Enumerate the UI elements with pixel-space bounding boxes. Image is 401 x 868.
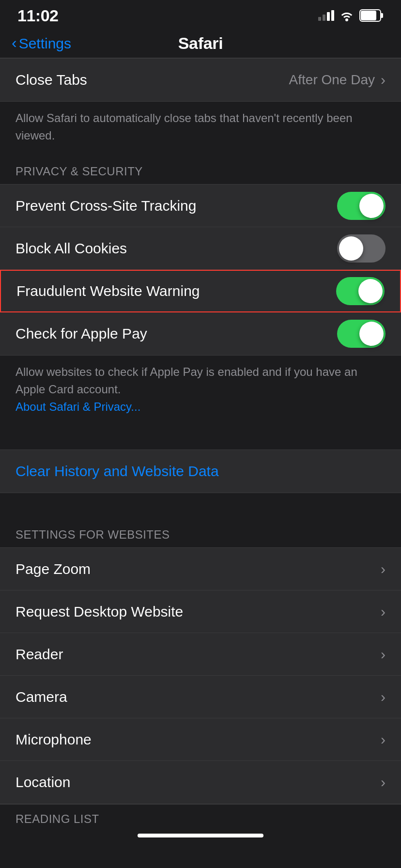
page-zoom-chevron-icon: › bbox=[381, 561, 386, 577]
close-tabs-value: After One Day › bbox=[289, 72, 386, 88]
toggle-knob bbox=[359, 322, 384, 346]
section-gap-2 bbox=[0, 493, 401, 517]
status-bar: 11:02 bbox=[0, 0, 401, 29]
bottom-bar: READING LIST bbox=[0, 804, 401, 845]
status-icons bbox=[318, 9, 384, 22]
toggle-knob bbox=[358, 279, 383, 303]
microphone-row[interactable]: Microphone › bbox=[0, 718, 401, 761]
check-for-apple-pay-toggle[interactable] bbox=[337, 320, 386, 348]
request-desktop-website-label: Request Desktop Website bbox=[15, 604, 183, 620]
reading-list-label: READING LIST bbox=[15, 812, 99, 825]
location-label: Location bbox=[15, 774, 70, 790]
settings-content: Close Tabs After One Day › Allow Safari … bbox=[0, 58, 401, 845]
close-tabs-chevron-icon: › bbox=[381, 72, 386, 88]
page-zoom-label: Page Zoom bbox=[15, 561, 91, 577]
svg-rect-1 bbox=[381, 13, 383, 18]
block-all-cookies-label: Block All Cookies bbox=[15, 240, 127, 257]
prevent-cross-site-tracking-toggle[interactable] bbox=[337, 192, 386, 220]
reader-row[interactable]: Reader › bbox=[0, 633, 401, 676]
settings-for-websites-list: Page Zoom › Request Desktop Website › Re… bbox=[0, 547, 401, 804]
close-tabs-row[interactable]: Close Tabs After One Day › bbox=[0, 59, 401, 101]
camera-label: Camera bbox=[15, 689, 67, 705]
svg-rect-2 bbox=[361, 11, 376, 20]
section-gap-1 bbox=[0, 425, 401, 450]
prevent-cross-site-tracking-label: Prevent Cross-Site Tracking bbox=[15, 198, 196, 214]
fraudulent-website-warning-label: Fraudulent Website Warning bbox=[16, 283, 200, 299]
fraudulent-website-warning-row[interactable]: Fraudulent Website Warning bbox=[0, 270, 401, 312]
close-tabs-section: Close Tabs After One Day › bbox=[0, 58, 401, 102]
close-tabs-helper: Allow Safari to automatically close tabs… bbox=[0, 102, 401, 154]
about-safari-privacy-link[interactable]: About Safari & Privacy... bbox=[15, 400, 140, 413]
toggle-knob bbox=[359, 194, 384, 218]
clear-history-row[interactable]: Clear History and Website Data bbox=[0, 450, 401, 493]
check-for-apple-pay-label: Check for Apple Pay bbox=[15, 326, 147, 342]
camera-row[interactable]: Camera › bbox=[0, 676, 401, 718]
request-desktop-website-row[interactable]: Request Desktop Website › bbox=[0, 590, 401, 633]
block-all-cookies-toggle[interactable] bbox=[337, 234, 386, 263]
page-zoom-row[interactable]: Page Zoom › bbox=[0, 548, 401, 590]
microphone-label: Microphone bbox=[15, 731, 92, 748]
wifi-icon bbox=[339, 10, 355, 21]
request-desktop-website-chevron-icon: › bbox=[381, 604, 386, 620]
home-indicator bbox=[138, 834, 263, 837]
camera-chevron-icon: › bbox=[381, 689, 386, 705]
close-tabs-label: Close Tabs bbox=[15, 72, 87, 88]
back-chevron-icon: ‹ bbox=[12, 34, 17, 52]
settings-for-websites-header: SETTINGS FOR WEBSITES bbox=[0, 517, 401, 547]
clear-history-section: Clear History and Website Data bbox=[0, 450, 401, 493]
check-for-apple-pay-row[interactable]: Check for Apple Pay bbox=[0, 312, 401, 355]
fraudulent-website-warning-toggle[interactable] bbox=[336, 277, 385, 305]
prevent-cross-site-tracking-row[interactable]: Prevent Cross-Site Tracking bbox=[0, 185, 401, 227]
battery-icon bbox=[359, 9, 384, 22]
clear-history-label: Clear History and Website Data bbox=[15, 463, 219, 480]
nav-bar: ‹ Settings Safari bbox=[0, 29, 401, 58]
apple-pay-helper: Allow websites to check if Apple Pay is … bbox=[0, 356, 401, 425]
back-button[interactable]: ‹ Settings bbox=[12, 35, 71, 52]
privacy-list-group: Prevent Cross-Site Tracking Block All Co… bbox=[0, 184, 401, 356]
signal-icon bbox=[318, 10, 334, 21]
location-chevron-icon: › bbox=[381, 774, 386, 790]
status-time: 11:02 bbox=[17, 6, 58, 25]
location-row[interactable]: Location › bbox=[0, 761, 401, 804]
reader-label: Reader bbox=[15, 646, 63, 663]
page-title: Safari bbox=[178, 34, 223, 53]
microphone-chevron-icon: › bbox=[381, 731, 386, 748]
reader-chevron-icon: › bbox=[381, 646, 386, 663]
block-all-cookies-row[interactable]: Block All Cookies bbox=[0, 227, 401, 270]
toggle-knob bbox=[339, 236, 363, 261]
privacy-section-header: PRIVACY & SECURITY bbox=[0, 154, 401, 184]
back-label: Settings bbox=[19, 35, 71, 52]
